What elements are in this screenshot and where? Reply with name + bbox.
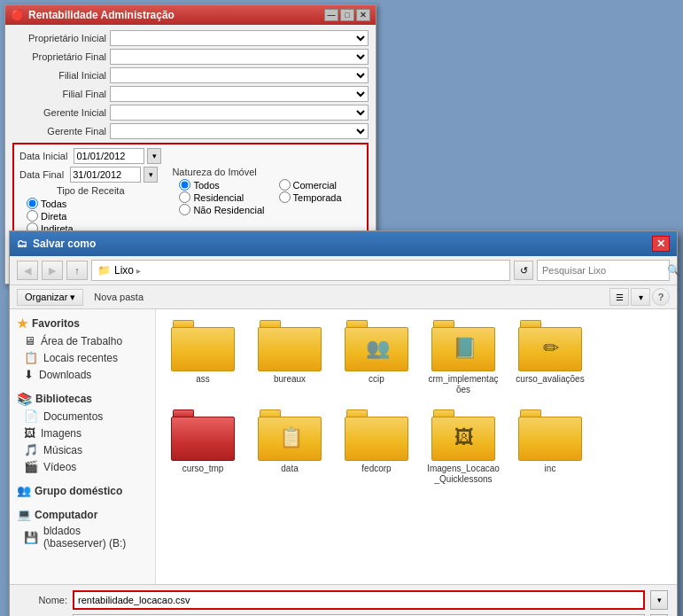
bibliotecas-label: Bibliotecas	[35, 393, 92, 405]
maximize-btn[interactable]: □	[340, 9, 354, 21]
saveas-toolbar: ◀ ▶ ↑ 📁 Lixo ▸ ↺ 🔍	[10, 256, 677, 285]
forward-button[interactable]: ▶	[42, 261, 63, 280]
group-icon: 👥	[17, 484, 31, 497]
file-name-ass: ass	[196, 374, 210, 385]
grupo-header[interactable]: 👥 Grupo doméstico	[10, 482, 155, 499]
folder-icon-imagens-locacao: 🖼	[431, 409, 495, 461]
grupo-section: 👥 Grupo doméstico	[10, 482, 155, 499]
file-item-curso-avaliacoes[interactable]: ✏ curso_avaliações	[510, 316, 590, 399]
address-icon: 📁	[97, 264, 111, 277]
sidebar-drive-label: bldados (\baseserver) (B:)	[43, 525, 141, 550]
natureza-col2: Comercial Temporada	[279, 179, 342, 216]
search-box[interactable]: 🔍	[537, 260, 670, 281]
nome-input[interactable]	[73, 590, 645, 610]
proprietario-inicial-select[interactable]	[110, 30, 369, 46]
tipo-todas[interactable]: Todas	[27, 198, 161, 209]
file-item-crm[interactable]: 📘 crm_implementações	[423, 316, 503, 399]
folder-icon-curso-tmp	[171, 409, 235, 461]
data-final-dropdown[interactable]: ▾	[144, 167, 158, 183]
folder-icon-crm: 📘	[431, 320, 495, 371]
data-inicial-label: Data Inicial	[19, 151, 67, 161]
folder-icon-curso-avaliacoes: ✏	[518, 320, 582, 371]
bibliotecas-section: 📚 Bibliotecas 📄 Documentos 🖼 Imagens 🎵 M…	[10, 390, 155, 475]
view-list-button[interactable]: ☰	[609, 288, 629, 306]
saveas-dialog: 🗂 Salvar como ✕ ◀ ▶ ↑ 📁 Lixo ▸ ↺ 🔍 Organ…	[9, 230, 678, 616]
file-item-data[interactable]: 📋 data	[250, 406, 330, 488]
title-left: 🔴 Rentabilidade Administração	[11, 9, 175, 21]
data-final-label: Data Final	[19, 169, 64, 180]
computador-label: Computador	[35, 509, 97, 521]
tipo-direta[interactable]: Direta	[27, 210, 161, 222]
file-item-inc[interactable]: inc	[510, 406, 590, 488]
gerente-inicial-select[interactable]	[110, 105, 369, 121]
nova-pasta-button[interactable]: Nova pasta	[90, 290, 147, 304]
sidebar-area-trabalho-label: Área de Trabalho	[41, 335, 122, 347]
sidebar-item-imagens[interactable]: 🖼 Imagens	[10, 425, 155, 441]
images-icon: 🖼	[24, 426, 35, 440]
file-item-ccip[interactable]: 👥 ccip	[337, 316, 416, 399]
folder-icon-ccip: 👥	[345, 320, 408, 371]
tipo-receita-group: Todas Direta Indireta	[27, 198, 161, 235]
gerente-final-select[interactable]	[110, 123, 369, 139]
file-item-bureaux[interactable]: bureaux	[250, 316, 330, 399]
date-filters-box: Data Inicial ▾ Data Final ▾ Tipo de Rece…	[12, 143, 369, 243]
nat-todos[interactable]: Todos	[179, 179, 264, 191]
sidebar-item-videos[interactable]: 🎬 Vídeos	[10, 458, 155, 475]
view-buttons: ☰ ▾ ?	[609, 288, 670, 306]
file-name-imagens-locacao: Imagens_Locacao_Quicklessons	[427, 464, 500, 485]
filial-inicial-select[interactable]	[110, 67, 369, 83]
file-item-fedcorp[interactable]: fedcorp	[337, 406, 416, 488]
proprietario-final-select[interactable]	[110, 49, 369, 65]
folder-icon-data: 📋	[258, 409, 322, 461]
folder-icon-ass	[171, 320, 235, 371]
computador-section: 💻 Computador 💾 bldados (\baseserver) (B:…	[10, 506, 155, 551]
sidebar-item-documentos[interactable]: 📄 Documentos	[10, 408, 155, 425]
close-btn[interactable]: ✕	[356, 9, 370, 21]
search-input[interactable]	[542, 265, 664, 276]
minimize-btn[interactable]: —	[324, 9, 338, 21]
data-inicial-dropdown[interactable]: ▾	[147, 148, 161, 164]
data-final-input[interactable]	[70, 167, 141, 183]
filial-final-select[interactable]	[110, 86, 369, 102]
folder-icon-fedcorp	[345, 409, 408, 461]
nat-nao-residencial[interactable]: Não Residencial	[179, 204, 264, 215]
data-inicial-input[interactable]	[74, 148, 144, 164]
proprietario-final-label: Proprietário Final	[12, 51, 110, 62]
back-button[interactable]: ◀	[17, 261, 38, 280]
sidebar-musicas-label: Músicas	[43, 444, 82, 456]
sidebar-item-musicas[interactable]: 🎵 Músicas	[10, 441, 155, 458]
sidebar-item-downloads[interactable]: ⬇ Downloads	[10, 366, 155, 383]
natureza-col1: Todos Residencial Não Residencial	[179, 179, 264, 216]
organize-button[interactable]: Organizar ▾	[17, 289, 83, 306]
favoritos-section: ★ Favoritos 🖥 Área de Trabalho 📋 Locais …	[10, 315, 155, 383]
desktop-icon: 🖥	[24, 334, 35, 347]
docs-icon: 📄	[24, 409, 38, 423]
nome-row: Nome: ▾	[19, 590, 668, 610]
sidebar-item-drive[interactable]: 💾 bldados (\baseserver) (B:)	[10, 523, 155, 551]
computer-icon-header: 💻	[17, 508, 31, 521]
nat-residencial[interactable]: Residencial	[179, 191, 264, 203]
file-name-bureaux: bureaux	[274, 374, 306, 385]
refresh-button[interactable]: ↺	[514, 261, 533, 280]
window-title: Rentabilidade Administração	[28, 9, 175, 21]
help-button[interactable]: ?	[652, 288, 670, 306]
music-icon: 🎵	[24, 443, 38, 456]
sidebar-item-locais-recentes[interactable]: 📋 Locais recentes	[10, 349, 155, 366]
view-dropdown-button[interactable]: ▾	[631, 288, 650, 306]
file-item-imagens-locacao[interactable]: 🖼 Imagens_Locacao_Quicklessons	[423, 406, 503, 488]
file-item-ass[interactable]: ass	[163, 316, 243, 399]
file-item-curso-tmp[interactable]: curso_tmp	[163, 406, 243, 488]
address-lixo[interactable]: Lixo	[114, 264, 134, 277]
bibliotecas-header: 📚 Bibliotecas	[10, 390, 155, 408]
nat-comercial[interactable]: Comercial	[279, 179, 342, 191]
file-grid: ass bureaux 👥 ccip	[156, 309, 677, 584]
sidebar-locais-recentes-label: Locais recentes	[43, 352, 118, 364]
nat-temporada[interactable]: Temporada	[279, 191, 342, 203]
up-button[interactable]: ↑	[66, 261, 88, 280]
tipo-receita-label: Tipo de Receita	[19, 185, 161, 196]
nome-dropdown-btn[interactable]: ▾	[650, 590, 668, 610]
proprietario-inicial-label: Proprietário Inicial	[12, 33, 110, 43]
sidebar-item-area-trabalho[interactable]: 🖥 Área de Trabalho	[10, 332, 155, 349]
saveas-close-button[interactable]: ✕	[652, 236, 670, 252]
saveas-content: ★ Favoritos 🖥 Área de Trabalho 📋 Locais …	[10, 309, 677, 584]
